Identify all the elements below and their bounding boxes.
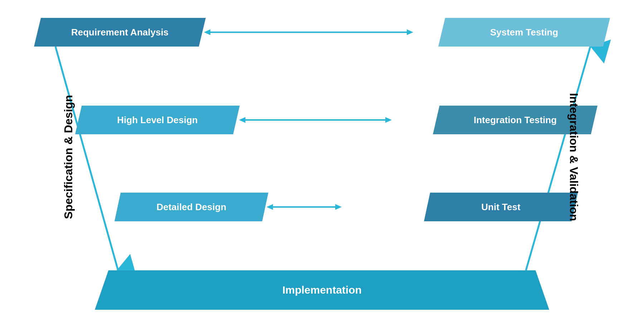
detailed-design-box: Detailed Design: [114, 193, 268, 221]
implementation-box: Implementation: [95, 270, 549, 310]
integration-validation-label: Integration & Validation: [567, 93, 580, 221]
svg-marker-15: [267, 204, 273, 210]
specification-design-label: Specification & Design: [62, 95, 75, 219]
requirement-analysis-box: Requirement Analysis: [34, 18, 206, 47]
unit-test-box: Unit Test: [424, 193, 578, 221]
system-testing-box: System Testing: [438, 18, 610, 47]
svg-marker-13: [385, 117, 392, 123]
svg-line-7: [526, 47, 590, 270]
svg-marker-16: [335, 204, 342, 210]
high-level-design-box: High Level Design: [75, 106, 240, 134]
svg-marker-10: [407, 29, 413, 35]
svg-marker-12: [239, 117, 245, 123]
svg-marker-9: [204, 29, 210, 35]
v-model-diagram: Requirement Analysis System Testing High…: [0, 0, 644, 328]
